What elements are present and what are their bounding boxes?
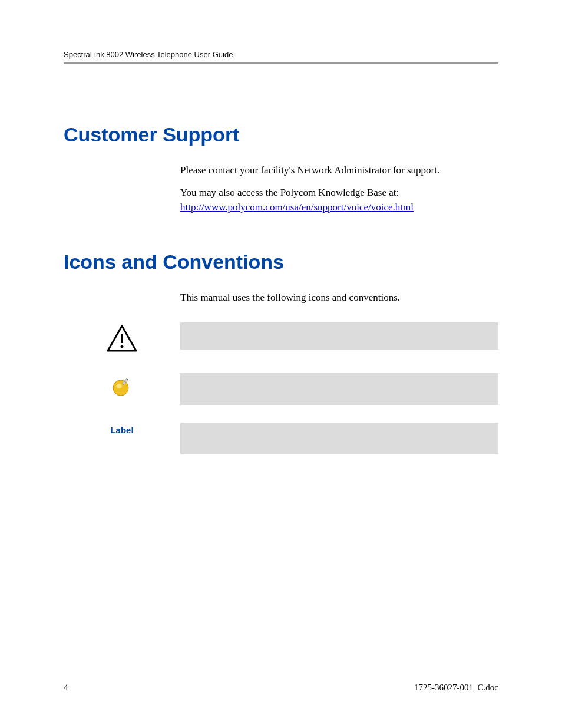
icon-cell: Label — [64, 423, 180, 435]
paragraph-knowledge-base: You may also access the Polycom Knowledg… — [180, 185, 498, 215]
description-placeholder-note — [180, 373, 498, 405]
pushpin-note-icon — [111, 375, 133, 398]
paragraph-contact: Please contact your facility's Network A… — [180, 163, 498, 178]
icon-cell — [64, 373, 180, 398]
convention-row-label: Label — [64, 423, 498, 454]
section-title-customer-support: Customer Support — [64, 123, 498, 146]
page-footer: 4 1725-36027-001_C.doc — [64, 683, 498, 693]
svg-point-3 — [116, 384, 122, 388]
label-heading: Label — [110, 425, 133, 435]
doc-filename: 1725-36027-001_C.doc — [414, 683, 498, 693]
section-title-icons-conventions: Icons and Conventions — [64, 251, 498, 274]
header-rule — [64, 62, 498, 64]
running-header: SpectraLink 8002 Wireless Telephone User… — [64, 50, 498, 59]
warning-triangle-icon — [107, 325, 137, 355]
convention-row-note — [64, 373, 498, 405]
kb-prefix: You may also access the Polycom Knowledg… — [180, 187, 399, 198]
document-page: SpectraLink 8002 Wireless Telephone User… — [0, 0, 562, 728]
kb-link[interactable]: http://www.polycom.com/usa/en/support/vo… — [180, 202, 414, 213]
paragraph-intro: This manual uses the following icons and… — [180, 290, 498, 305]
icon-cell — [64, 322, 180, 355]
description-placeholder-warning — [180, 322, 498, 350]
svg-rect-0 — [121, 334, 123, 343]
description-placeholder-label — [180, 423, 498, 454]
convention-row-warning — [64, 322, 498, 355]
svg-point-1 — [121, 345, 124, 348]
page-number: 4 — [64, 683, 68, 693]
